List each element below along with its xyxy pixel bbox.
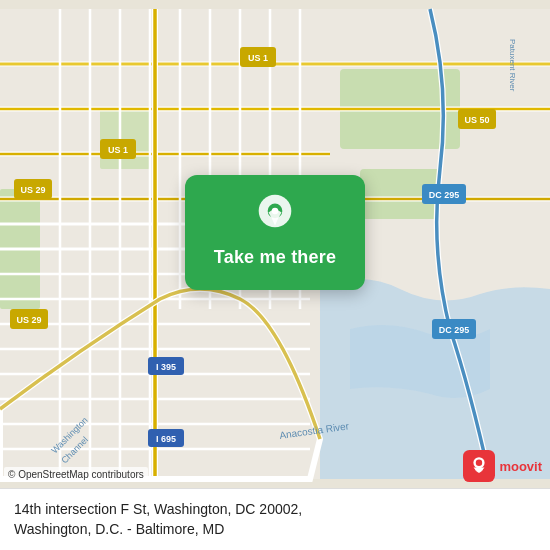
address-text: 14th intersection F St, Washington, DC 2… (14, 500, 302, 539)
address-line2: Washington, D.C. - Baltimore, MD (14, 521, 224, 537)
svg-text:US 1: US 1 (108, 145, 128, 155)
svg-text:I 695: I 695 (156, 434, 176, 444)
svg-text:US 29: US 29 (20, 185, 45, 195)
svg-point-63 (476, 460, 482, 466)
take-me-there-button[interactable]: Take me there (185, 175, 365, 290)
moovit-logo: moovit (463, 450, 542, 482)
svg-text:US 1: US 1 (248, 53, 268, 63)
location-pin-icon (253, 193, 297, 237)
svg-text:DC 295: DC 295 (439, 325, 470, 335)
app: US 1 US 1 US 29 US 50 US 29 I 395 I 695 … (0, 0, 550, 550)
map-container: US 1 US 1 US 29 US 50 US 29 I 395 I 695 … (0, 0, 550, 488)
svg-text:US 29: US 29 (16, 315, 41, 325)
svg-text:DC 295: DC 295 (429, 190, 460, 200)
osm-attribution: © OpenStreetMap contributors (4, 467, 148, 482)
moovit-icon (463, 450, 495, 482)
osm-text: © OpenStreetMap contributors (8, 469, 144, 480)
moovit-text: moovit (499, 459, 542, 474)
take-me-there-label: Take me there (214, 247, 336, 268)
address-line1: 14th intersection F St, Washington, DC 2… (14, 501, 302, 517)
svg-text:Patuxent River: Patuxent River (508, 39, 517, 92)
bottom-info-bar: 14th intersection F St, Washington, DC 2… (0, 488, 550, 550)
svg-text:I 395: I 395 (156, 362, 176, 372)
svg-text:US 50: US 50 (464, 115, 489, 125)
